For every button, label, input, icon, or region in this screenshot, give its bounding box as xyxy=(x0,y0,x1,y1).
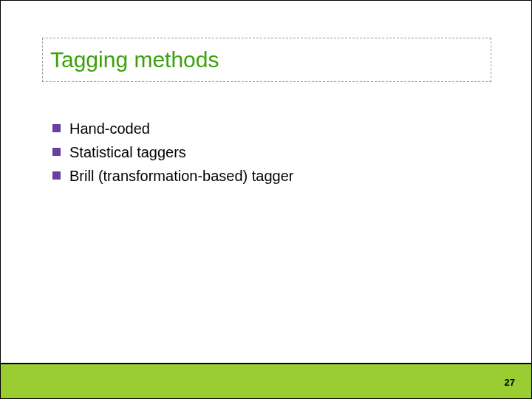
bullet-icon xyxy=(52,124,61,132)
bullet-icon xyxy=(52,171,61,180)
content-area: Hand-coded Statistical taggers Brill (tr… xyxy=(52,119,481,190)
footer-bar: 27 xyxy=(1,363,531,398)
bullet-text: Statistical taggers xyxy=(69,143,186,162)
bullet-icon xyxy=(52,148,61,156)
bullet-text: Hand-coded xyxy=(69,119,150,138)
title-box: Tagging methods xyxy=(42,38,491,82)
page-number: 27 xyxy=(505,377,515,388)
list-item: Brill (transformation-based) tagger xyxy=(52,166,481,185)
bullet-text: Brill (transformation-based) tagger xyxy=(69,166,293,185)
slide-title: Tagging methods xyxy=(50,47,219,72)
list-item: Hand-coded xyxy=(52,119,481,138)
list-item: Statistical taggers xyxy=(52,143,481,162)
slide: Tagging methods Hand-coded Statistical t… xyxy=(0,0,532,399)
